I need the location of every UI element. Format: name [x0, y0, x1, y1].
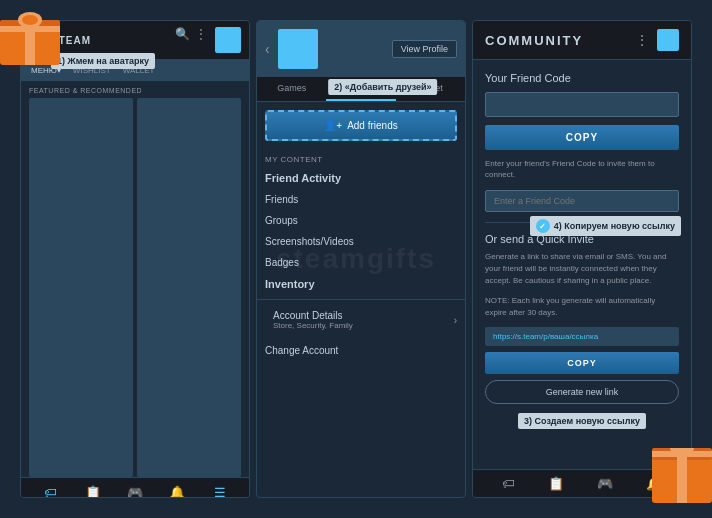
account-section: Account Details Store, Security, Family … — [257, 299, 465, 361]
back-arrow-icon[interactable]: ‹ — [265, 41, 270, 57]
invite-hint-text: Enter your friend's Friend Code to invit… — [485, 158, 679, 180]
generate-new-link-button[interactable]: Generate new link — [485, 380, 679, 404]
community-avatar — [657, 29, 679, 51]
community-title: COMMUNITY — [485, 33, 583, 48]
enter-friend-code-input[interactable] — [485, 190, 679, 212]
profile-header: ‹ View Profile — [257, 21, 465, 77]
add-friends-button[interactable]: 👤+ Add friends — [265, 110, 457, 141]
checkmark-icon: ✓ — [536, 219, 550, 233]
link-row: https://s.team/p/ваша/ссылка — [485, 327, 679, 346]
copy-friend-code-button[interactable]: COPY — [485, 125, 679, 150]
community-bottom-game-icon[interactable]: 🎮 — [597, 476, 613, 491]
right-panel: COMMUNITY ⋮ Your Friend Code COPY Enter … — [472, 20, 692, 498]
copy-link-button[interactable]: COPY — [485, 352, 679, 374]
tooltip-generate-link: 3) Создаем новую ссылку — [518, 413, 646, 429]
community-bottom-tag-icon[interactable]: 🏷 — [502, 476, 515, 491]
my-content-label: MY CONTENT — [257, 149, 465, 167]
community-bottom-bell-icon[interactable]: 🔔 — [646, 476, 662, 491]
steam-logo-icon — [29, 31, 47, 49]
featured-card-1 — [29, 98, 133, 477]
bottom-tag-icon[interactable]: 🏷 — [42, 484, 58, 498]
avatar[interactable] — [215, 27, 241, 53]
community-header-right: ⋮ — [635, 29, 679, 51]
account-main-label: Account Details — [273, 310, 353, 321]
bottom-list-icon[interactable]: 📋 — [85, 484, 101, 498]
left-content: FEATURED & RECOMMENDED — [21, 81, 249, 477]
tooltip-add-friends: 2) «Добавить друзей» — [328, 79, 437, 95]
account-arrow-icon: › — [454, 315, 457, 326]
menu-friends[interactable]: Friends — [257, 189, 465, 210]
featured-label: FEATURED & RECOMMENDED — [21, 81, 249, 98]
search-icon[interactable]: 🔍 — [175, 27, 189, 41]
middle-panel: ‹ View Profile 2) «Добавить друзей» Game… — [256, 20, 466, 498]
featured-items — [21, 98, 249, 477]
view-profile-button[interactable]: View Profile — [392, 40, 457, 58]
bottom-bell-icon[interactable]: 🔔 — [169, 484, 185, 498]
steam-header-icons: 🔍 ⋮ — [175, 27, 241, 53]
bottom-game-icon[interactable]: 🎮 — [127, 484, 143, 498]
menu-badges[interactable]: Badges — [257, 252, 465, 273]
account-sub-label: Store, Security, Family — [273, 321, 353, 330]
bottom-menu-icon[interactable]: ☰ — [212, 484, 228, 498]
main-container: STEAM 🔍 ⋮ 1) Жмем на аватарку МЕНЮ▾ WISH… — [20, 20, 692, 498]
menu-screenshots[interactable]: Screenshots/Videos — [257, 231, 465, 252]
account-detail: Account Details Store, Security, Family — [265, 305, 361, 335]
bottom-nav-left: 🏷 📋 🎮 🔔 ☰ — [21, 477, 249, 498]
community-header: COMMUNITY ⋮ — [473, 21, 691, 60]
steam-logo: STEAM — [29, 31, 91, 49]
community-bottom-nav: 🏷 📋 🎮 🔔 — [473, 469, 691, 497]
menu-inventory[interactable]: Inventory — [257, 273, 465, 295]
friend-code-display[interactable] — [485, 92, 679, 117]
more-icon[interactable]: ⋮ — [195, 27, 209, 41]
tooltip-copy-link: ✓ 4) Копируем новую ссылку — [530, 216, 681, 236]
add-friends-icon: 👤+ — [324, 120, 342, 131]
tooltip-click-avatar: 1) Жмем на аватарку — [51, 53, 155, 69]
profile-avatar — [278, 29, 318, 69]
friend-code-title: Your Friend Code — [485, 72, 679, 84]
link-url-text: https://s.team/p/ваша/ссылка — [493, 332, 671, 341]
community-content: Your Friend Code COPY Enter your friend'… — [473, 60, 691, 416]
add-friends-label: Add friends — [347, 120, 398, 131]
menu-groups[interactable]: Groups — [257, 210, 465, 231]
community-bottom-list-icon[interactable]: 📋 — [548, 476, 564, 491]
left-panel: STEAM 🔍 ⋮ 1) Жмем на аватарку МЕНЮ▾ WISH… — [20, 20, 250, 498]
menu-change-account[interactable]: Change Account — [257, 340, 465, 361]
community-more-icon[interactable]: ⋮ — [635, 32, 649, 48]
featured-card-2 — [137, 98, 241, 477]
tab-games[interactable]: Games — [257, 77, 326, 101]
steam-logo-text: STEAM — [51, 35, 91, 46]
expire-note-text: NOTE: Each link you generate will automa… — [485, 295, 679, 319]
menu-account-details[interactable]: Account Details Store, Security, Family … — [257, 300, 465, 340]
menu-friend-activity[interactable]: Friend Activity — [257, 167, 465, 189]
tooltip-4-text: 4) Копируем новую ссылку — [554, 221, 675, 231]
quick-invite-desc: Generate a link to share via email or SM… — [485, 251, 679, 287]
